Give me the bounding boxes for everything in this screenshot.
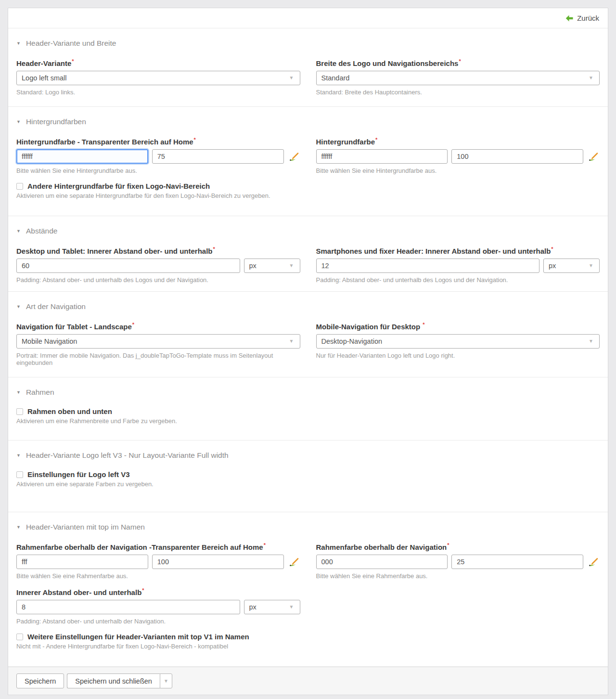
paintbrush-icon [289, 557, 299, 568]
required-asterisk: * [423, 322, 424, 327]
save-options-toggle-button[interactable]: ▼ [160, 673, 172, 688]
field-hint: Bitte wählen Sie eine Rahmenfarbe aus. [316, 572, 600, 580]
required-asterisk: * [132, 322, 134, 327]
color-opacity-input[interactable] [152, 555, 284, 569]
required-asterisk: * [194, 137, 196, 142]
field-hint: Bitte wählen Sie eine Hintergrundfarbe a… [316, 167, 600, 174]
field-hint: Padding: Abstand ober- und unterhalb der… [16, 618, 300, 625]
checkbox-logo-left-v3[interactable] [16, 471, 23, 478]
unit-select[interactable]: px ▼ [543, 259, 600, 273]
color-picker-button[interactable] [587, 149, 600, 164]
triangle-down-icon: ▼ [16, 305, 21, 309]
field-label: Header-Variante [16, 59, 71, 67]
field-label: Desktop und Tablet: Innerer Abstand ober… [16, 247, 213, 255]
color-opacity-input[interactable] [451, 149, 583, 164]
checkbox-hint: Nicht mit - Andere Hintergrundfarbe für … [16, 643, 600, 650]
section-toggle[interactable]: ▼ Header-Variante und Breite [16, 34, 600, 51]
chevron-down-icon: ▼ [289, 76, 294, 80]
checkbox-weitere-einstellungen[interactable] [16, 634, 23, 640]
section-abstaende: ▼ Abstände Desktop und Tablet: Innerer A… [8, 216, 608, 292]
breite-select[interactable]: Standard ▼ [316, 71, 600, 85]
paintbrush-icon [289, 152, 299, 163]
color-value-input[interactable] [316, 555, 448, 569]
back-label: Zurück [577, 14, 599, 22]
field-hint: Standard: Logo links. [16, 89, 300, 96]
chevron-down-icon: ▼ [589, 263, 593, 268]
toolbar: Speichern Speichern und schließen ▼ [8, 667, 608, 695]
color-value-input[interactable] [316, 149, 448, 164]
color-value-input[interactable] [16, 149, 148, 164]
padding-input[interactable] [16, 259, 240, 273]
desktop-navigation-select[interactable]: Desktop-Navigation ▼ [316, 334, 600, 349]
section-title-label: Header-Varianten mit top im Namen [26, 523, 145, 531]
field-hint: Padding: Abstand ober- und unterhalb des… [16, 276, 300, 284]
field-label: Mobile-Navigation für Desktop [316, 323, 423, 331]
section-toggle[interactable]: ▼ Rahmen [16, 383, 600, 400]
triangle-down-icon: ▼ [16, 229, 21, 233]
chevron-down-icon: ▼ [164, 679, 168, 684]
padding-input[interactable] [316, 259, 540, 273]
save-and-close-button[interactable]: Speichern und schließen [67, 673, 160, 688]
section-title-label: Header-Variante Logo left V3 - Nur Layou… [26, 451, 229, 460]
required-asterisk: * [459, 58, 461, 64]
back-button[interactable]: Zurück [565, 14, 599, 22]
section-toggle[interactable]: ▼ Header-Variante Logo left V3 - Nur Lay… [16, 446, 600, 463]
field-hint: Bitte wählen Sie eine Rahmenfarbe aus. [16, 572, 300, 580]
checkbox-andere-hintergrundfarbe[interactable] [16, 183, 23, 190]
section-toggle[interactable]: ▼ Abstände [16, 222, 600, 238]
color-opacity-input[interactable] [451, 555, 583, 569]
section-title-label: Art der Navigation [26, 302, 86, 311]
checkbox-label[interactable]: Andere Hintergrundfarbe für fixen Logo-N… [27, 182, 210, 190]
color-picker-button[interactable] [587, 555, 600, 569]
select-value: Mobile Navigation [22, 337, 77, 345]
unit-select[interactable]: px ▼ [244, 600, 300, 614]
settings-card: Zurück ▼ Header-Variante und Breite Head… [8, 8, 608, 695]
unit-select[interactable]: px ▼ [244, 259, 300, 273]
header-variante-select[interactable]: Logo left small ▼ [16, 71, 300, 85]
field-label: Navigation für Tablet - Landscape [16, 323, 132, 331]
color-opacity-input[interactable] [152, 149, 284, 164]
field-label: Hintergrundfarbe - Transparenter Bereich… [16, 138, 193, 146]
checkbox-hint: Aktivieren um eine separate Farben zu ve… [16, 480, 600, 488]
arrow-left-icon [565, 15, 573, 22]
section-toggle[interactable]: ▼ Hintergrundfarben [16, 113, 600, 129]
section-toggle[interactable]: ▼ Art der Navigation [16, 298, 600, 314]
color-value-input[interactable] [16, 555, 148, 569]
checkbox-label[interactable]: Rahmen oben und unten [27, 407, 112, 415]
chevron-down-icon: ▼ [289, 339, 294, 344]
field-label: Rahmenfarbe oberhalb der Navigation -Tra… [16, 543, 263, 551]
triangle-down-icon: ▼ [16, 120, 21, 124]
color-picker-button[interactable] [288, 555, 300, 569]
required-asterisk: * [213, 246, 215, 252]
field-hint: Padding: Abstand ober- und unterhalb des… [316, 276, 600, 284]
save-button[interactable]: Speichern [16, 673, 64, 688]
section-title-label: Abstände [26, 227, 58, 235]
checkbox-rahmen-oben-unten[interactable] [16, 408, 23, 415]
select-value: Standard [321, 74, 350, 82]
section-hintergrundfarben: ▼ Hintergrundfarben Hintergrundfarbe - T… [8, 107, 608, 216]
section-logo-left-v3: ▼ Header-Variante Logo left V3 - Nur Lay… [8, 440, 608, 512]
required-asterisk: * [72, 58, 74, 64]
field-label: Rahmenfarbe oberhalb der Navigation [316, 543, 447, 551]
paintbrush-icon [588, 557, 599, 568]
checkbox-label[interactable]: Weitere Einstellungen für Header-Variant… [27, 633, 249, 641]
select-value: px [249, 603, 257, 611]
field-hint: Nur für Header-Varianten Logo left und L… [316, 352, 600, 359]
chevron-down-icon: ▼ [289, 605, 294, 609]
color-picker-button[interactable] [288, 149, 300, 164]
section-toggle[interactable]: ▼ Header-Varianten mit top im Namen [16, 518, 600, 534]
select-value: Desktop-Navigation [321, 337, 383, 345]
required-asterisk: * [447, 542, 449, 548]
topbar: Zurück [8, 8, 608, 28]
chevron-down-icon: ▼ [589, 339, 593, 344]
checkbox-label[interactable]: Einstellungen für Logo left V3 [27, 470, 130, 479]
field-hint: Bitte wählen Sie eine Hintergrundfarbe a… [16, 167, 300, 174]
section-title-label: Header-Variante und Breite [26, 39, 116, 48]
select-value: px [549, 262, 556, 270]
tablet-navigation-select[interactable]: Mobile Navigation ▼ [16, 334, 300, 349]
field-label: Hintergrundfarbe [316, 138, 375, 146]
triangle-down-icon: ▼ [16, 453, 21, 458]
padding-input[interactable] [16, 600, 240, 614]
required-asterisk: * [264, 542, 266, 548]
section-top-im-namen: ▼ Header-Varianten mit top im Namen Rahm… [8, 512, 608, 667]
